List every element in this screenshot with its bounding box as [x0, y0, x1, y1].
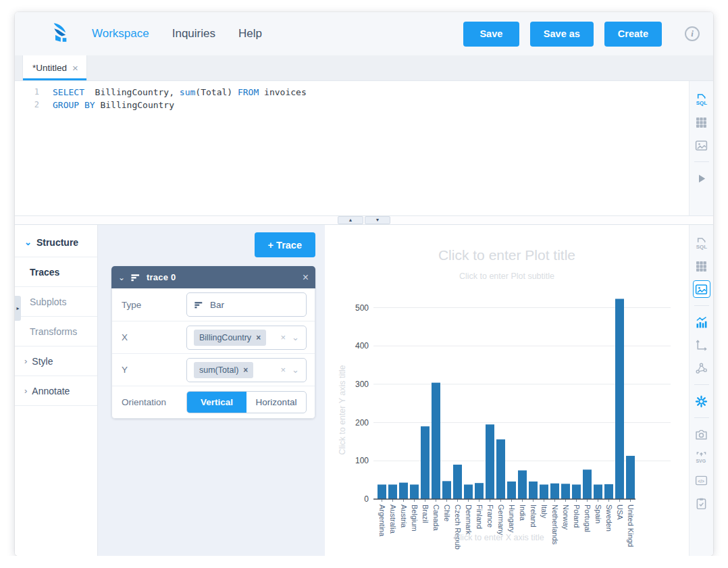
type-label: Type [122, 300, 186, 310]
splitter-down-button[interactable]: ▼ [365, 216, 390, 224]
svg-text:Canada: Canada [432, 505, 440, 531]
falcon-logo-icon [49, 22, 74, 46]
svg-text:Poland: Poland [573, 505, 581, 527]
svg-text:Sweden: Sweden [605, 505, 613, 532]
plot-subtitle-placeholder[interactable]: Click to enter Plot subtitle [325, 272, 689, 281]
remove-chip-icon[interactable]: × [256, 333, 261, 342]
svg-text:Spain: Spain [594, 505, 602, 523]
trace-close-icon[interactable]: × [303, 272, 309, 284]
top-navbar: Workspace Inquiries Help Save Save as Cr… [15, 12, 713, 55]
svg-text:Australia: Australia [389, 505, 397, 534]
orientation-horizontal-option[interactable]: Horizontal [246, 392, 306, 413]
sidebar-item-subplots[interactable]: Subplots [15, 287, 97, 317]
orientation-vertical-option[interactable]: Vertical [187, 392, 246, 413]
tab-untitled[interactable]: *Untitled × [22, 55, 87, 80]
svg-text:500: 500 [355, 303, 369, 313]
svg-text:United Kingd: United Kingd [627, 505, 635, 547]
camera-export-icon[interactable] [693, 425, 710, 443]
svg-text:Italy: Italy [540, 505, 548, 519]
bar-trace-icon [130, 272, 141, 283]
sidebar-collapse-handle[interactable]: ▸ [15, 296, 21, 321]
chart-type-icon[interactable] [693, 313, 710, 331]
sql-view-icon[interactable] [693, 91, 710, 108]
svg-text:Finland: Finland [475, 505, 484, 529]
y-column-chip: sum(Total) × [194, 362, 253, 378]
svg-text:Austria: Austria [400, 505, 408, 528]
nav-link-help[interactable]: Help [238, 27, 262, 41]
pane-splitter[interactable]: ▲ ▼ [15, 216, 713, 225]
clear-selection-icon[interactable]: × [281, 365, 286, 375]
svg-text:Ireland: Ireland [529, 505, 538, 527]
bar-chart[interactable]: 0100200300400500ArgentinaAustraliaAustri… [325, 285, 689, 556]
tab-close-icon[interactable]: × [72, 62, 78, 74]
axes-icon[interactable] [693, 336, 710, 354]
chevron-down-icon: ⌄ [118, 273, 125, 282]
settings-gear-icon[interactable] [693, 392, 710, 410]
nav-link-workspace[interactable]: Workspace [92, 27, 149, 41]
sidebar-item-structure[interactable]: ⌄ Structure [15, 228, 97, 257]
dropdown-caret-icon[interactable]: ⌄ [292, 365, 299, 375]
sql-view-icon[interactable] [693, 234, 710, 252]
orientation-toggle: Vertical Horizontal [186, 391, 307, 413]
nav-links: Workspace Inquiries Help [92, 27, 262, 41]
save-button[interactable]: Save [463, 22, 519, 47]
x-label: X [122, 332, 186, 342]
sql-code-editor[interactable]: 1 SELECT BillingCountry, sum(Total) FROM… [15, 81, 689, 215]
trace-card: ⌄ trace 0 × Type Bar [111, 266, 315, 419]
code-export-icon[interactable] [693, 471, 710, 489]
trace-type-select[interactable]: Bar [186, 292, 307, 317]
svg-text:200: 200 [355, 418, 369, 428]
nav-link-inquiries[interactable]: Inquiries [172, 27, 215, 41]
line-number: 1 [15, 86, 53, 99]
editor-toolbar-rail [689, 81, 713, 215]
chart-view-icon[interactable] [693, 280, 710, 298]
sql-editor-section: 1 SELECT BillingCountry, sum(Total) FROM… [15, 81, 713, 216]
trace-card-header[interactable]: ⌄ trace 0 × [111, 266, 315, 288]
image-view-icon[interactable] [693, 136, 710, 154]
run-query-icon[interactable] [693, 170, 710, 187]
sidebar-item-transforms[interactable]: Transforms [15, 317, 97, 346]
svg-text:400: 400 [355, 341, 369, 351]
plot-preview-panel: Click to enter Plot title Click to enter… [325, 225, 689, 556]
app-window: Workspace Inquiries Help Save Save as Cr… [15, 12, 713, 556]
rail-divider [694, 417, 709, 418]
bar-chart-svg: 0100200300400500ArgentinaAustraliaAustri… [325, 285, 689, 556]
svg-export-icon[interactable] [693, 448, 710, 466]
svg-text:Norway: Norway [562, 505, 570, 530]
orientation-label: Orientation [122, 397, 186, 407]
svg-text:Hungary: Hungary [508, 505, 516, 533]
create-button[interactable]: Create [604, 22, 662, 47]
table-view-icon[interactable] [693, 257, 710, 275]
save-as-button[interactable]: Save as [530, 22, 594, 47]
clear-selection-icon[interactable]: × [281, 332, 286, 342]
plot-editor-sidebar: ⌄ Structure Traces Subplots Transforms ›… [15, 225, 98, 556]
y-label: Y [122, 365, 186, 375]
plot-title-placeholder[interactable]: Click to enter Plot title [325, 247, 689, 263]
table-view-icon[interactable] [693, 113, 710, 131]
info-icon[interactable]: i [685, 26, 700, 41]
svg-text:Chile: Chile [443, 505, 451, 521]
clipboard-copy-icon[interactable] [693, 494, 710, 512]
chevron-right-icon: › [24, 356, 27, 366]
sidebar-item-annotate[interactable]: › Annotate [15, 376, 97, 406]
svg-text:300: 300 [355, 380, 369, 389]
trace-type-row: Type Bar [112, 288, 315, 321]
add-trace-button[interactable]: + Trace [255, 232, 315, 257]
code-line: 1 SELECT BillingCountry, sum(Total) FROM… [15, 86, 689, 99]
sidebar-item-traces[interactable]: Traces [15, 257, 97, 287]
x-column-select[interactable]: BillingCountry × × ⌄ [186, 326, 307, 350]
graph-links-icon[interactable] [693, 359, 710, 377]
trace-title: trace 0 [147, 272, 176, 282]
remove-chip-icon[interactable]: × [243, 365, 248, 375]
svg-text:Czech Repub: Czech Repub [454, 505, 462, 550]
splitter-up-button[interactable]: ▲ [338, 216, 363, 224]
x-axis-title-placeholder: Click to enter X axis title [454, 533, 544, 542]
y-column-select[interactable]: sum(Total) × × ⌄ [186, 358, 307, 382]
y-axis-title-placeholder: Click to enter Y axis title [338, 365, 347, 455]
rail-divider [694, 305, 709, 306]
svg-text:Germany: Germany [497, 505, 505, 536]
svg-text:Belgium: Belgium [411, 505, 419, 532]
chevron-right-icon: › [24, 386, 27, 396]
dropdown-caret-icon[interactable]: ⌄ [292, 332, 299, 342]
sidebar-item-style[interactable]: › Style [15, 346, 97, 376]
